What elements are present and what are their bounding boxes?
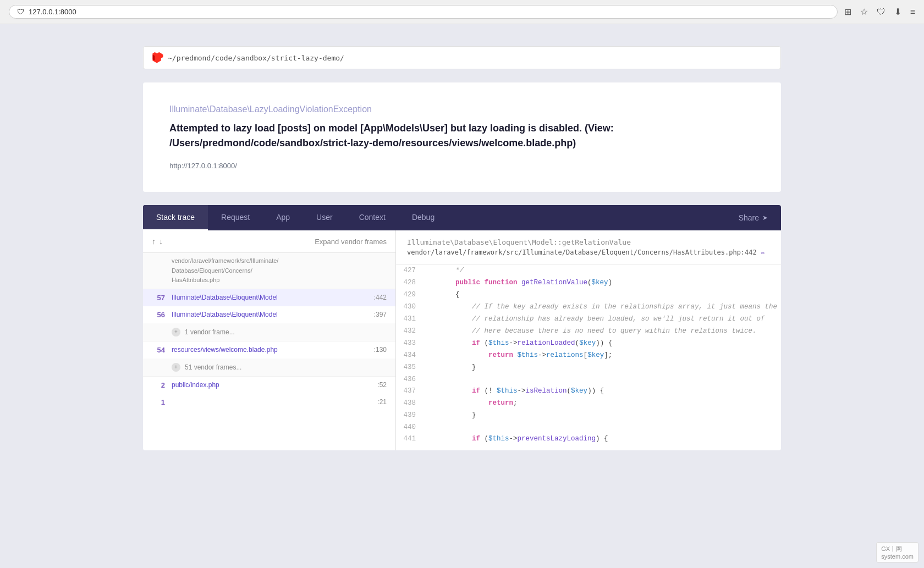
frame-file: public/index.php — [172, 381, 371, 389]
frame-item-2[interactable]: 2 public/index.php :52 — [143, 377, 395, 394]
code-line: 439 } — [396, 409, 781, 421]
frame-line: :52 — [377, 381, 387, 389]
frame-line: :442 — [374, 294, 387, 301]
frame-line: :397 — [374, 311, 387, 318]
vendor-badge-1[interactable]: + 1 vendor frame... — [143, 323, 395, 341]
frame-number: 2 — [152, 381, 165, 389]
download-icon[interactable]: ⬇ — [894, 7, 901, 17]
tab-bar: Stack trace Request App User Context Deb… — [143, 205, 781, 230]
frame-item-56[interactable]: 56 Illuminate\Database\Eloquent\Model :3… — [143, 306, 395, 323]
laravel-logo — [152, 52, 163, 63]
menu-icon[interactable]: ≡ — [910, 7, 915, 17]
code-line: 428 public function getRelationValue($ke… — [396, 277, 781, 289]
frame-line: :130 — [374, 346, 387, 354]
vendor-frame-block: vendor/laravel/framework/src/Illuminate/… — [143, 253, 395, 289]
code-line: 433 if ($this->relationLoaded($key)) { — [396, 337, 781, 349]
exception-message: Attempted to lazy load [posts] on model … — [169, 121, 755, 151]
share-icon: ➤ — [762, 214, 768, 222]
vendor-badge-text: 51 vendor frames... — [185, 363, 241, 371]
tab-context[interactable]: Context — [346, 205, 399, 230]
exception-url[interactable]: http://127.0.0.1:8000/ — [169, 162, 755, 170]
code-line: 436 — [396, 373, 781, 385]
expand-vendor-button[interactable]: Expand vendor frames — [315, 238, 387, 246]
code-line: 440 — [396, 421, 781, 433]
grid-icon[interactable]: ⊞ — [844, 7, 851, 17]
code-block: 427 */ 428 public function getRelationVa… — [396, 264, 781, 445]
code-class: Illuminate\Database\Eloquent\Model::getR… — [407, 238, 770, 246]
tab-debug[interactable]: Debug — [399, 205, 448, 230]
code-file-path: vendor/laravel/framework/src/Illuminate/… — [407, 249, 770, 256]
stack-body: ↑ ↓ Expand vendor frames vendor/laravel/… — [143, 230, 781, 450]
tab-stack-trace[interactable]: Stack trace — [143, 205, 208, 230]
debug-panel: Stack trace Request App User Context Deb… — [143, 205, 781, 450]
code-line: 438 return; — [396, 397, 781, 409]
frame-item-1[interactable]: 1 :21 — [143, 394, 395, 411]
stack-left: ↑ ↓ Expand vendor frames vendor/laravel/… — [143, 230, 396, 450]
frame-file: resources/views/welcome.blade.php — [172, 346, 367, 354]
frame-number: 54 — [152, 346, 165, 354]
tab-request[interactable]: Request — [208, 205, 263, 230]
frame-item-57[interactable]: 57 Illuminate\Database\Eloquent\Model :4… — [143, 289, 395, 306]
code-file-text: vendor/laravel/framework/src/Illuminate/… — [407, 249, 757, 256]
browser-icons: ⊞ ☆ 🛡 ⬇ ≡ — [844, 7, 915, 17]
vendor-badge-51[interactable]: + 51 vendor frames... — [143, 359, 395, 377]
frame-file: Illuminate\Database\Eloquent\Model — [172, 311, 367, 318]
frame-number: 1 — [152, 398, 165, 406]
tab-share[interactable]: Share ➤ — [725, 206, 781, 230]
code-header: Illuminate\Database\Eloquent\Model::getR… — [396, 230, 781, 264]
exception-type: Illuminate\Database\LazyLoadingViolation… — [169, 104, 755, 114]
browser-chrome: 🛡 127.0.0.1:8000 ⊞ ☆ 🛡 ⬇ ≡ — [0, 0, 924, 24]
arrow-down-icon[interactable]: ↓ — [159, 237, 163, 246]
code-line: 434 return $this->relations[$key]; — [396, 349, 781, 361]
nav-arrows[interactable]: ↑ ↓ — [152, 237, 163, 246]
shield-browser-icon[interactable]: 🛡 — [877, 7, 886, 17]
tab-user[interactable]: User — [303, 205, 346, 230]
code-line: 435 } — [396, 361, 781, 373]
frame-line: :21 — [377, 398, 387, 406]
code-line: 441 if ($this->preventsLazyLoading) { — [396, 433, 781, 445]
frame-file: Illuminate\Database\Eloquent\Model — [172, 294, 367, 301]
star-icon[interactable]: ☆ — [860, 7, 868, 17]
stack-right: Illuminate\Database\Eloquent\Model::getR… — [396, 230, 781, 450]
tab-app[interactable]: App — [263, 205, 303, 230]
path-text: ~/predmond/code/sandbox/strict-lazy-demo… — [168, 54, 344, 62]
exception-card: Illuminate\Database\LazyLoadingViolation… — [143, 82, 781, 192]
edit-icon[interactable]: ✏ — [761, 249, 765, 256]
code-line: 430 // If the key already exists in the … — [396, 301, 781, 313]
code-line: 431 // relationship has already been loa… — [396, 313, 781, 325]
address-text: 127.0.0.1:8000 — [29, 8, 76, 16]
vendor-badge-dot: + — [172, 328, 180, 337]
code-line: 432 // here because there is no need to … — [396, 325, 781, 337]
code-line: 427 */ — [396, 264, 781, 277]
path-bar: ~/predmond/code/sandbox/strict-lazy-demo… — [143, 46, 781, 69]
stack-controls: ↑ ↓ Expand vendor frames — [143, 230, 395, 253]
code-line: 437 if (! $this->isRelation($key)) { — [396, 385, 781, 397]
frame-item-54[interactable]: 54 resources/views/welcome.blade.php :13… — [143, 341, 395, 359]
code-line: 429 { — [396, 289, 781, 301]
address-bar[interactable]: 🛡 127.0.0.1:8000 — [9, 5, 838, 19]
shield-icon: 🛡 — [17, 8, 24, 16]
share-label: Share — [739, 213, 759, 222]
vendor-frame-path: vendor/laravel/framework/src/Illuminate/… — [172, 256, 387, 285]
arrow-up-icon[interactable]: ↑ — [152, 237, 156, 246]
vendor-badge-dot: + — [172, 363, 180, 372]
frame-number: 56 — [152, 311, 165, 319]
frame-number: 57 — [152, 294, 165, 302]
vendor-badge-text: 1 vendor frame... — [185, 328, 235, 336]
